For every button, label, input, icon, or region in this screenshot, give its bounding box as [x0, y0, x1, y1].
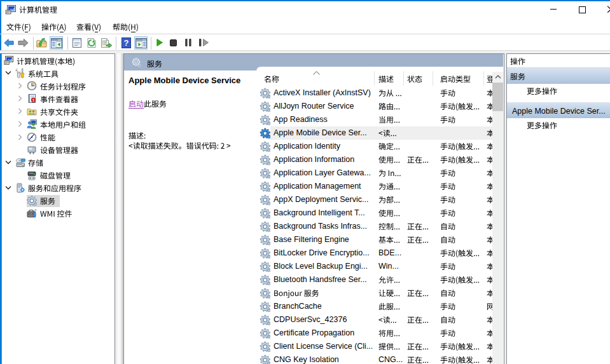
svg-text:?: ?	[124, 38, 129, 48]
